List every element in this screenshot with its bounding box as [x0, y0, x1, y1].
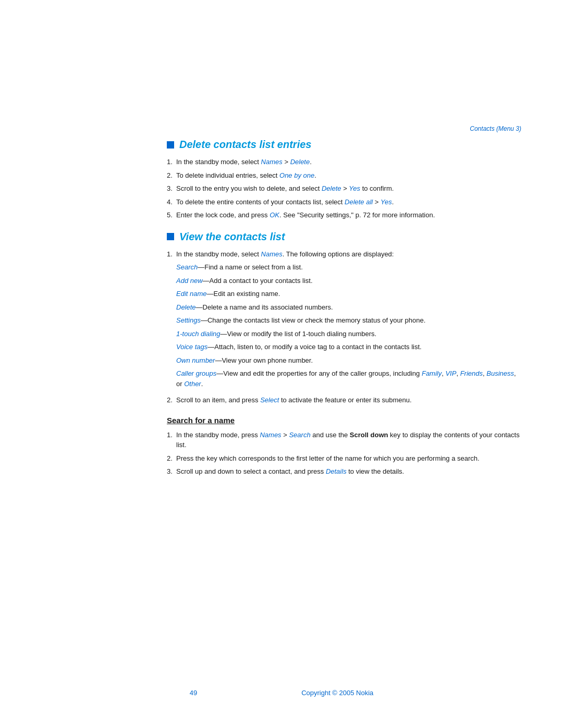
list-item: 1. In the standby mode, select Names > D…	[167, 157, 521, 167]
subitem-own-number: Own number—View your own phone number.	[176, 355, 521, 366]
link-ok: OK	[270, 211, 279, 219]
section-search-heading: Search for a name	[167, 416, 521, 425]
term-own-number: Own number	[176, 356, 215, 364]
list-item: 2. Press the key which corresponds to th…	[167, 453, 521, 464]
term-1touch: 1-touch dialing	[176, 330, 221, 338]
term-settings: Settings	[176, 316, 201, 324]
blue-square-icon	[167, 141, 174, 149]
list-item: 1. In the standby mode, press Names > Se…	[167, 430, 521, 450]
subitem-search: Search—Find a name or select from a list…	[176, 262, 521, 273]
list-item: 3. Scroll to the entry you wish to delet…	[167, 183, 521, 194]
footer-page-number: 49	[190, 689, 197, 697]
section-delete-list: 1. In the standby mode, select Names > D…	[167, 157, 521, 220]
link-names-3: Names	[260, 431, 281, 439]
link-friends: Friends	[460, 369, 483, 377]
link-names-2: Names	[261, 250, 283, 258]
link-delete-all: Delete all	[345, 198, 373, 206]
subitem-voice-tags: Voice tags—Attach, listen to, or modify …	[176, 342, 521, 352]
link-one-by-one: One by one	[279, 171, 314, 179]
term-caller-groups: Caller groups	[176, 369, 216, 377]
subitem-1touch: 1-touch dialing—View or modify the list …	[176, 329, 521, 339]
section-delete-title: Delete contacts list entries	[167, 139, 521, 151]
term-search: Search	[176, 263, 198, 271]
link-yes-2: Yes	[381, 198, 392, 206]
blue-square-icon-2	[167, 233, 174, 240]
list-item: 2. To delete individual entries, select …	[167, 170, 521, 181]
list-item: 1. In the standby mode, select Names. Th…	[167, 249, 521, 392]
subitem-delete: Delete—Delete a name and its associated …	[176, 302, 521, 313]
link-delete-2: Delete	[322, 184, 341, 192]
section-search: Search for a name 1. In the standby mode…	[167, 416, 521, 477]
section-view-list: 1. In the standby mode, select Names. Th…	[167, 249, 521, 405]
section-delete-heading: Delete contacts list entries	[179, 139, 311, 151]
link-family: Family	[422, 369, 442, 377]
list-item: 5. Enter the lock code, and press OK. Se…	[167, 210, 521, 220]
page: Contacts (Menu 3) Delete contacts list e…	[0, 0, 563, 728]
section-delete: Delete contacts list entries 1. In the s…	[167, 139, 521, 220]
section-view-title: View the contacts list	[167, 231, 521, 243]
term-edit-name: Edit name	[176, 290, 207, 298]
link-search: Search	[289, 431, 310, 439]
link-yes-1: Yes	[349, 184, 360, 192]
link-select: Select	[260, 396, 279, 404]
bold-scroll-down: Scroll down	[350, 431, 388, 439]
subitem-settings: Settings—Change the contacts list view o…	[176, 315, 521, 326]
subitem-add-new: Add new—Add a contact to your contacts l…	[176, 276, 521, 286]
section-view-heading: View the contacts list	[179, 231, 285, 243]
section-view: View the contacts list 1. In the standby…	[167, 231, 521, 405]
link-details: Details	[326, 467, 347, 475]
content-area: Contacts (Menu 3) Delete contacts list e…	[167, 0, 521, 477]
link-delete-1: Delete	[290, 158, 310, 166]
list-item: 2. Scroll to an item, and press Select t…	[167, 395, 521, 405]
link-business: Business	[486, 369, 514, 377]
term-voice-tags: Voice tags	[176, 343, 207, 351]
term-delete: Delete	[176, 303, 196, 311]
link-other: Other	[184, 380, 201, 388]
page-label: Contacts (Menu 3)	[167, 125, 521, 132]
section-search-list: 1. In the standby mode, press Names > Se…	[167, 430, 521, 477]
link-vip: VIP	[445, 369, 456, 377]
list-item: 4. To delete the entire contents of your…	[167, 197, 521, 207]
list-item: 3. Scroll up and down to select a contac…	[167, 466, 521, 477]
footer: 49 Copyright © 2005 Nokia	[0, 689, 563, 697]
page-label-text: Contacts (Menu 3)	[470, 125, 521, 132]
term-add-new: Add new	[176, 277, 203, 285]
subitem-edit-name: Edit name—Edit an existing name.	[176, 289, 521, 299]
link-names-1: Names	[261, 158, 283, 166]
subitem-list: Search—Find a name or select from a list…	[176, 262, 521, 389]
subitem-caller-groups: Caller groups—View and edit the properti…	[176, 368, 521, 389]
footer-copyright: Copyright © 2005 Nokia	[301, 689, 373, 697]
